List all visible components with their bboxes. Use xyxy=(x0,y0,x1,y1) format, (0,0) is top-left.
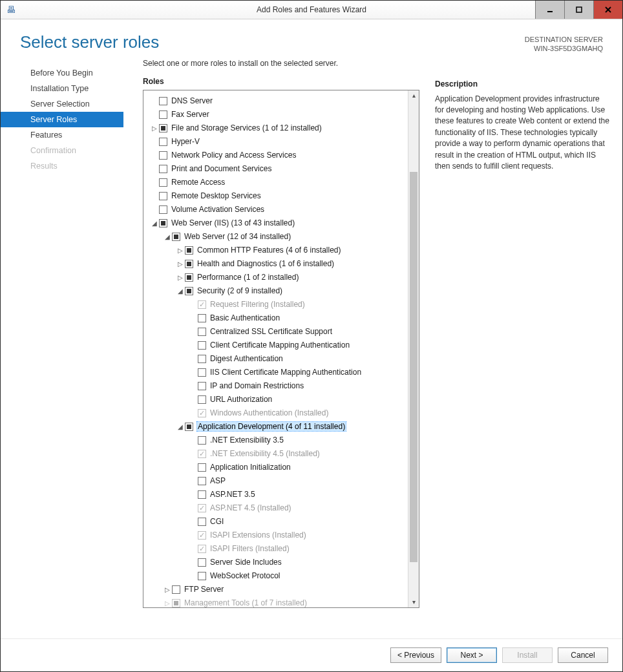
tree-node[interactable]: ▷File and Storage Services (1 of 12 inst… xyxy=(145,121,407,135)
tree-collapse-icon[interactable]: ◢ xyxy=(176,288,185,295)
tree-node[interactable]: ISAPI Filters (Installed) xyxy=(145,542,407,556)
tree-node[interactable]: .NET Extensibility 3.5 xyxy=(145,434,407,447)
wizard-step[interactable]: Installation Type xyxy=(1,81,123,96)
tree-expand-icon[interactable]: ▷ xyxy=(176,247,185,254)
tree-checkbox[interactable] xyxy=(159,151,167,160)
maximize-button[interactable] xyxy=(564,1,593,19)
tree-checkbox[interactable] xyxy=(159,205,167,214)
tree-expand-icon[interactable]: ▷ xyxy=(163,600,172,607)
tree-node[interactable]: CGI xyxy=(145,515,407,529)
roles-tree[interactable]: DNS ServerFax Server▷File and Storage Se… xyxy=(143,90,408,607)
tree-node[interactable]: IIS Client Certificate Mapping Authentic… xyxy=(145,366,407,379)
tree-collapse-icon[interactable]: ◢ xyxy=(163,233,172,240)
wizard-step[interactable]: Server Roles xyxy=(1,112,123,127)
tree-node[interactable]: ▷Common HTTP Features (4 of 6 installed) xyxy=(145,244,407,257)
tree-checkbox[interactable] xyxy=(198,572,206,580)
tree-checkbox[interactable] xyxy=(198,490,206,499)
tree-checkbox[interactable] xyxy=(185,287,193,295)
tree-checkbox[interactable] xyxy=(198,477,206,485)
tree-expand-icon[interactable]: ▷ xyxy=(176,260,185,268)
tree-node[interactable]: ◢Web Server (12 of 34 installed) xyxy=(145,230,407,244)
tree-checkbox[interactable] xyxy=(185,273,193,282)
tree-node[interactable]: IP and Domain Restrictions xyxy=(145,379,407,393)
tree-checkbox[interactable] xyxy=(198,558,206,567)
roles-scrollbar[interactable]: ▴ ▾ xyxy=(408,90,419,607)
tree-node[interactable]: ◢Application Development (4 of 11 instal… xyxy=(145,420,407,434)
tree-checkbox[interactable] xyxy=(198,328,206,336)
scroll-down-arrow-icon[interactable]: ▾ xyxy=(408,597,419,607)
tree-node[interactable]: ▷FTP Server xyxy=(145,583,407,596)
tree-node[interactable]: Centralized SSL Certificate Support xyxy=(145,325,407,339)
tree-checkbox[interactable] xyxy=(172,585,180,594)
tree-checkbox[interactable] xyxy=(198,341,206,350)
wizard-step[interactable]: Server Selection xyxy=(1,96,123,112)
tree-node[interactable]: Basic Authentication xyxy=(145,311,407,325)
tree-checkbox[interactable] xyxy=(185,423,193,431)
wizard-step[interactable]: Features xyxy=(1,127,123,143)
tree-checkbox[interactable] xyxy=(159,192,167,200)
scroll-thumb[interactable] xyxy=(410,172,417,562)
tree-node[interactable]: ◢Security (2 of 9 installed) xyxy=(145,284,407,298)
tree-node[interactable]: Print and Document Services xyxy=(145,162,407,176)
tree-collapse-icon[interactable]: ◢ xyxy=(150,220,159,227)
scroll-up-arrow-icon[interactable]: ▴ xyxy=(408,90,419,101)
install-button[interactable]: Install xyxy=(502,647,553,663)
tree-expand-icon[interactable]: ▷ xyxy=(150,125,159,132)
tree-node[interactable]: DNS Server xyxy=(145,94,407,108)
tree-checkbox[interactable] xyxy=(198,355,206,363)
tree-checkbox[interactable] xyxy=(198,395,206,404)
tree-checkbox[interactable] xyxy=(198,463,206,472)
next-button[interactable]: Next > xyxy=(447,647,497,663)
tree-node[interactable]: ASP xyxy=(145,474,407,488)
tree-checkbox[interactable] xyxy=(159,178,167,187)
tree-checkbox[interactable] xyxy=(198,518,206,526)
tree-checkbox[interactable] xyxy=(159,138,167,146)
tree-node[interactable]: Hyper-V xyxy=(145,135,407,149)
tree-node[interactable]: Digest Authentication xyxy=(145,352,407,366)
tree-node[interactable]: ASP.NET 4.5 (Installed) xyxy=(145,501,407,515)
minimize-button[interactable] xyxy=(535,1,564,19)
tree-checkbox[interactable] xyxy=(198,436,206,445)
window-title: Add Roles and Features Wizard xyxy=(1,5,622,14)
tree-node[interactable]: ISAPI Extensions (Installed) xyxy=(145,529,407,542)
tree-expand-icon[interactable]: ▷ xyxy=(163,586,172,593)
previous-button[interactable]: < Previous xyxy=(390,647,441,663)
close-button[interactable] xyxy=(593,1,622,19)
tree-node[interactable]: ▷Management Tools (1 of 7 installed) xyxy=(145,596,407,607)
tree-checkbox[interactable] xyxy=(198,382,206,390)
tree-node[interactable]: Request Filtering (Installed) xyxy=(145,298,407,311)
tree-checkbox[interactable] xyxy=(185,246,193,255)
tree-expand-icon[interactable]: ▷ xyxy=(176,274,185,281)
tree-node[interactable]: Network Policy and Access Services xyxy=(145,149,407,162)
tree-checkbox[interactable] xyxy=(159,97,167,105)
page-title: Select server roles xyxy=(20,32,159,52)
tree-node[interactable]: Server Side Includes xyxy=(145,556,407,569)
tree-node[interactable]: Remote Access xyxy=(145,176,407,189)
tree-checkbox xyxy=(198,504,206,512)
tree-node[interactable]: WebSocket Protocol xyxy=(145,569,407,583)
tree-checkbox[interactable] xyxy=(159,219,167,227)
cancel-button[interactable]: Cancel xyxy=(558,647,608,663)
tree-checkbox[interactable] xyxy=(198,368,206,377)
tree-node[interactable]: URL Authorization xyxy=(145,393,407,406)
tree-node[interactable]: Client Certificate Mapping Authenticatio… xyxy=(145,339,407,352)
tree-node[interactable]: ▷Performance (1 of 2 installed) xyxy=(145,271,407,284)
tree-node[interactable]: Windows Authentication (Installed) xyxy=(145,406,407,420)
tree-node[interactable]: ASP.NET 3.5 xyxy=(145,488,407,501)
tree-node[interactable]: ▷Health and Diagnostics (1 of 6 installe… xyxy=(145,257,407,271)
tree-node[interactable]: ◢Web Server (IIS) (13 of 43 installed) xyxy=(145,216,407,230)
tree-node[interactable]: .NET Extensibility 4.5 (Installed) xyxy=(145,447,407,461)
tree-node[interactable]: Remote Desktop Services xyxy=(145,189,407,203)
tree-collapse-icon[interactable]: ◢ xyxy=(176,423,185,430)
tree-checkbox[interactable] xyxy=(159,124,167,132)
tree-node[interactable]: Volume Activation Services xyxy=(145,203,407,216)
tree-checkbox[interactable] xyxy=(198,314,206,322)
tree-node[interactable]: Fax Server xyxy=(145,108,407,121)
wizard-step[interactable]: Before You Begin xyxy=(1,65,123,81)
tree-checkbox[interactable] xyxy=(159,110,167,119)
tree-node[interactable]: Application Initialization xyxy=(145,461,407,474)
tree-checkbox[interactable] xyxy=(172,233,180,241)
tree-checkbox[interactable] xyxy=(185,260,193,268)
tree-checkbox[interactable] xyxy=(159,165,167,173)
tree-checkbox[interactable] xyxy=(172,599,180,607)
